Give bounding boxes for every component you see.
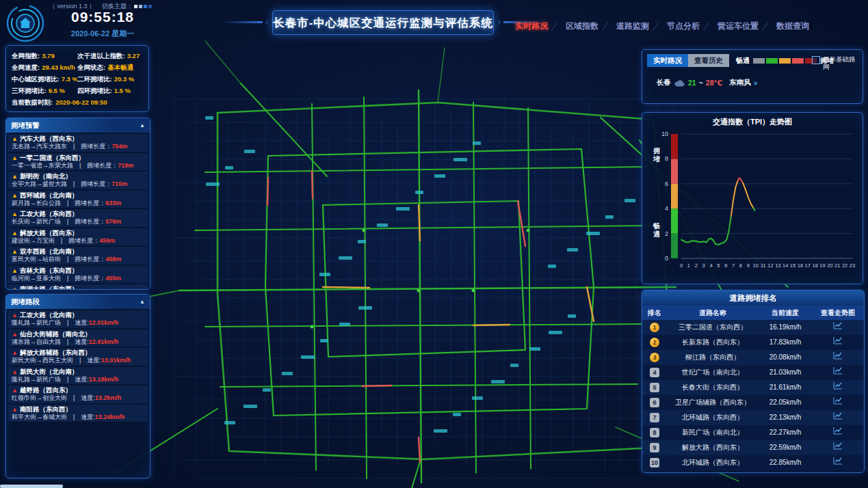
tab-realtime[interactable]: 实时路况 [647, 54, 688, 67]
weather-cloud-icon [674, 79, 685, 87]
stat-label: 四环拥堵比: [77, 85, 112, 96]
table-row[interactable]: 1三零二国道（东向西）16.19km/h [642, 320, 864, 335]
warning-triangle-icon: ▲ [12, 406, 18, 413]
rank-badge: 8 [650, 428, 659, 437]
list-item[interactable]: ▲一零二国道（东向西）一零一省道→东荣大路 | 拥堵长度：719m [8, 153, 148, 171]
warning-triangle-icon: ▲ [12, 248, 18, 255]
stats-row: 中心城区拥堵比:7.3 %二环拥堵比:20.3 % [12, 73, 143, 85]
alert-detail: 新月路→长白公路 | 拥堵长度：633m [12, 200, 144, 207]
theme-swatch[interactable] [134, 5, 137, 8]
rank-cell: 9 [642, 440, 667, 455]
list-item[interactable]: ▲双丰西路（北向南）富民大街→站前街 | 拥堵长度：458m [8, 247, 148, 265]
base-network-checkbox[interactable]: 显示基础路网 [812, 55, 857, 70]
rank-cell: 10 [642, 455, 667, 470]
alert-value: 719m [118, 162, 133, 169]
trend-cell [812, 320, 864, 335]
svg-text:5: 5 [717, 262, 720, 269]
tpi-trend-panel: 交通指数（TPI）走势图 0246810拥堵畅通0123456789101112… [642, 112, 863, 284]
nav-item-4[interactable]: 节点分析 [667, 21, 700, 32]
speed-cell: 22.59km/h [759, 440, 812, 455]
trend-chart-icon[interactable] [833, 336, 843, 344]
trend-chart-icon[interactable] [833, 351, 843, 360]
data-time-label: 当前数据时刻: [12, 96, 53, 108]
trend-chart-icon[interactable] [833, 411, 843, 420]
collapse-arrow-icon[interactable]: ▲ [140, 295, 145, 309]
rank-cell: 5 [642, 380, 667, 395]
list-item[interactable]: ▲越野路（西向东）红领巾街→创业大街 | 速度:13.2km/h [8, 385, 148, 403]
table-row[interactable]: 6卫星广场辅路（西向东）22.05km/h [642, 395, 864, 410]
theme-swatch[interactable] [139, 5, 142, 8]
alert-road: ▲一零二国道（东向西） [12, 154, 144, 162]
nav-item-3[interactable]: 道路监测 [616, 21, 649, 32]
weather-more-arrow[interactable]: » [754, 79, 758, 87]
list-item[interactable]: ▲工农大路（北向南）隆礼路→新民广场 | 速度:12.01km/h [8, 310, 148, 328]
ranking-header-row: 排名 道路名称 当前速度 查看走势图 [642, 306, 864, 320]
alert-value: 710m [111, 180, 127, 187]
nav-item-1[interactable]: 实时路况 [515, 21, 548, 32]
stat-value: 20.3 % [114, 73, 135, 85]
trend-chart-icon[interactable] [833, 442, 843, 450]
list-item[interactable]: ▲仙台大街辅路（南向北）浦东路→自由大路 | 速度:12.91km/h [8, 329, 148, 347]
list-item[interactable]: ▲南阳路（东向西）和平大街→春城大街 | 速度:13.24km/h [8, 405, 148, 422]
collapse-arrow-icon[interactable]: ▲ [140, 118, 145, 133]
svg-text:9: 9 [747, 262, 750, 269]
trend-chart-icon[interactable] [833, 321, 843, 329]
svg-text:21: 21 [834, 262, 840, 269]
title-right-chevron-icon [497, 10, 501, 36]
list-item[interactable]: ▲解放大路辅路（东向西）新民大街→西民主大街 | 速度:13.01km/h [8, 348, 148, 366]
alert-detail: 隆礼路→新民广场 | 速度:13.18km/h [12, 376, 144, 383]
list-item[interactable]: ▲南湖大路（东向西）南湖新村中街→南湖广场 | 拥堵长度：438m [8, 284, 148, 290]
nav-item-2[interactable]: 区域指数 [566, 21, 599, 32]
speed-cell: 21.03km/h [759, 365, 812, 380]
table-row[interactable]: 9解放大路（西向东）22.59km/h [642, 440, 864, 455]
table-row[interactable]: 2长新东路（西向东）17.83km/h [642, 335, 864, 350]
nav-item-5[interactable]: 营运车位置 [718, 21, 759, 32]
rank-badge: 10 [650, 458, 659, 467]
speed-cell: 20.08km/h [759, 350, 812, 365]
horizontal-scrollbar[interactable] [0, 485, 63, 488]
list-item[interactable]: ▲西环城路（北向南）新月路→长白公路 | 拥堵长度：633m [8, 191, 148, 208]
table-row[interactable]: 5长春大街（东向西）21.61km/h [642, 380, 864, 395]
alert-value: 13.2km/h [95, 394, 122, 401]
table-row[interactable]: 7北环城路（东向西）22.13km/h [642, 410, 864, 425]
svg-text:10: 10 [661, 131, 668, 137]
speed-cell: 22.05km/h [759, 395, 812, 410]
warning-triangle-icon: ▲ [12, 173, 18, 180]
svg-text:6: 6 [724, 262, 727, 269]
trend-chart-icon[interactable] [833, 366, 843, 375]
trend-cell [812, 410, 864, 425]
list-item[interactable]: ▲新民大街（北向南）隆礼路→新民广场 | 速度:13.18km/h [8, 367, 148, 385]
nav-item-6[interactable]: 数据查询 [776, 21, 809, 32]
trend-chart-icon[interactable] [833, 396, 843, 405]
app-logo-home-icon[interactable] [5, 3, 45, 43]
table-row[interactable]: 3柳江路（东向西）20.08km/h [642, 350, 864, 365]
trend-chart-icon[interactable] [833, 457, 843, 465]
speed-cell: 22.85km/h [759, 455, 812, 470]
list-item[interactable]: ▲新明街（南向北）全宇大路→盛世大路 | 拥堵长度：710m [8, 172, 148, 189]
alert-value: 12.91km/h [89, 338, 119, 345]
list-item[interactable]: ▲工农大路（东向西）长庆街→新民广场 | 拥堵长度：576m [8, 209, 148, 227]
nav-separator [703, 23, 714, 31]
svg-text:13: 13 [775, 262, 780, 269]
alert-detail: 全宇大路→盛世大路 | 拥堵长度：710m [12, 180, 144, 188]
list-item[interactable]: ▲汽车大路（西向东）无名路→汽车大路东 | 拥堵长度：754m [8, 134, 148, 152]
data-time-value: 2020-06-22 09:50 [55, 96, 107, 108]
trend-chart-icon[interactable] [833, 381, 843, 390]
checkbox-icon[interactable] [812, 56, 820, 64]
table-row[interactable]: 4世纪广场（南向北）21.03km/h [642, 365, 864, 380]
theme-swatch[interactable] [144, 5, 147, 8]
trend-chart-icon[interactable] [833, 426, 843, 435]
alert-detail: 长庆街→新民广场 | 拥堵长度：576m [12, 218, 144, 226]
warning-triangle-icon: ▲ [12, 154, 18, 161]
trend-cell [812, 365, 864, 380]
table-row[interactable]: 8新民广场（南向北）22.27km/h [642, 425, 864, 440]
list-item[interactable]: ▲吉林大路（东向西）临河街→亚泰大街 | 拥堵长度：455m [8, 266, 148, 284]
tab-history[interactable]: 查看历史 [688, 54, 729, 67]
stat-value: 9.5 % [49, 85, 65, 96]
list-item[interactable]: ▲解放大路（西向东）建设街→万宝街 | 拥堵长度：459m [8, 228, 148, 246]
theme-swatch[interactable] [148, 5, 152, 8]
stat-label: 次干道以上指数: [77, 50, 125, 62]
table-row[interactable]: 10北环城路（西向东）22.85km/h [642, 455, 864, 470]
svg-text:23: 23 [850, 262, 855, 269]
warning-triangle-icon: ▲ [12, 192, 18, 199]
